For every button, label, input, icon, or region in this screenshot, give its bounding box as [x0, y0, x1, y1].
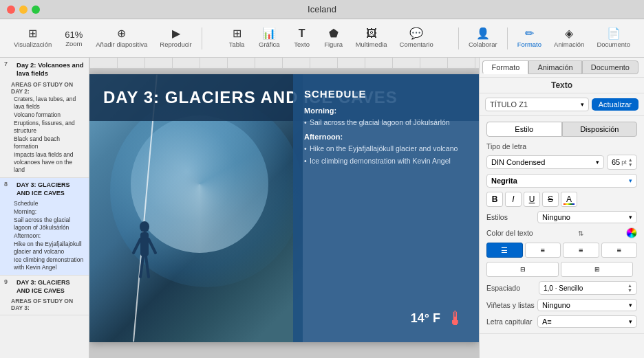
align-right-button[interactable]: ≡ — [563, 243, 599, 258]
tabla-label: Tabla — [229, 41, 245, 48]
slide-bullet-8-2: Morning: — [14, 208, 85, 216]
toolbar-zoom[interactable]: 61% Zoom — [58, 27, 89, 50]
toolbar-figura[interactable]: ⬟ Figura — [319, 25, 349, 51]
italic-button[interactable]: I — [505, 192, 522, 207]
toolbar-colaborar[interactable]: 👤 Colaborar — [463, 25, 503, 51]
toolbar-anadir[interactable]: ⊕ Añadir diapositiva — [90, 25, 153, 51]
slide-canvas[interactable]: DAY 3: GLACIERS AND ICE CAVES SCHEDULE M… — [89, 74, 479, 342]
slide-thumb-9[interactable]: 9 DAY 3: GLACIERS AND ICE CAVES AREAS OF… — [0, 276, 89, 315]
slide-thumb-8[interactable]: 8 DAY 3: GLACIERS AND ICE CAVES Schedule… — [0, 178, 89, 276]
animacion-label: Animación — [554, 41, 584, 48]
toolbar-formato[interactable]: ✏ Formato — [512, 25, 547, 51]
vinetas-row: Viñetas y listas Ninguno ▾ — [486, 299, 637, 311]
toolbar-grafica[interactable]: 📊 Gráfica — [253, 25, 286, 51]
texto-label: Texto — [294, 41, 310, 48]
minimize-button[interactable] — [19, 5, 28, 14]
multimedia-icon: 🖼 — [366, 28, 377, 39]
anadir-icon: ⊕ — [117, 28, 126, 39]
svg-rect-1 — [140, 232, 149, 256]
align-left-button[interactable]: ☰ — [486, 243, 523, 258]
slide-bullet-7-2: Volcano formation — [14, 111, 85, 119]
zoom-value: 61% — [65, 30, 83, 40]
font-size-stepper[interactable]: ▲▼ — [628, 157, 633, 167]
right-panel: Formato Animación Documento Texto TÍTULO… — [479, 58, 644, 358]
ruler — [89, 58, 479, 69]
indent-increase-button[interactable]: ⊞ — [561, 262, 633, 277]
slide-bullet-8-4: Afternoon: — [14, 232, 85, 240]
zoom-label: Zoom — [65, 40, 82, 47]
colaborar-label: Colaborar — [469, 41, 497, 48]
toolbar-texto[interactable]: T Texto — [287, 25, 317, 51]
font-name-row: DIN Condensed ▾ 65 pt ▲▼ — [486, 155, 637, 170]
panel-section-title: Texto — [480, 78, 644, 93]
tab-formato[interactable]: Formato — [482, 60, 528, 74]
slide-section-9: AREAS OF STUDY on Day 3: — [11, 298, 85, 311]
slide-section-7: AREAS OF STUDY on Day 2: — [11, 81, 85, 95]
color-row: Color del texto ⇅ — [486, 227, 637, 238]
main-area: 7 Day 2: Volcanoes and lava fields AREAS… — [0, 58, 644, 358]
bold-button[interactable]: B — [486, 192, 503, 207]
climber-figure — [131, 219, 158, 301]
svg-line-2 — [133, 239, 140, 253]
espaciado-value[interactable]: 1,0 · Sencillo ▲▼ — [539, 281, 637, 295]
close-button[interactable] — [7, 5, 15, 14]
slide-thumb-7[interactable]: 7 Day 2: Volcanoes and lava fields AREAS… — [0, 58, 89, 178]
slide-num-7: 7 Day 2: Volcanoes and lava fields — [4, 60, 85, 80]
slide-bullet-8-1: Schedule — [14, 200, 85, 208]
documento-label: Documento — [597, 41, 630, 48]
vinetas-value: Ninguno — [542, 301, 570, 309]
text-color-button[interactable]: A — [561, 192, 577, 207]
reproducir-icon: ▶ — [172, 28, 180, 39]
vinetas-chevron: ▾ — [629, 302, 632, 309]
tab-disposicion[interactable]: Disposición — [562, 122, 638, 137]
titulo-row: TÍTULO Z1 ▾ Actualizar — [480, 93, 644, 116]
strikethrough-button[interactable]: S — [542, 192, 559, 207]
align-center-button[interactable]: ≡ — [525, 243, 561, 258]
tab-animacion[interactable]: Animación — [528, 60, 581, 74]
estilos-row: Estilos Ninguno ▾ — [486, 211, 637, 223]
negrita-selector[interactable]: Negrita ▾ — [486, 174, 637, 188]
align-justify-button[interactable]: ≡ — [601, 243, 638, 258]
svg-line-4 — [140, 256, 143, 277]
figura-label: Figura — [324, 41, 343, 48]
toolbar-separator-3 — [507, 27, 508, 49]
font-name-selector[interactable]: DIN Condensed ▾ — [486, 155, 604, 169]
titulo-selector[interactable]: TÍTULO Z1 ▾ — [485, 98, 589, 111]
svg-line-5 — [146, 256, 149, 277]
toolbar-visualizacion[interactable]: ⊞ Visualización — [8, 25, 57, 51]
slide-bullet-8-6: Ice climbing demonstration with Kevin An… — [14, 256, 85, 271]
toolbar-documento[interactable]: 📄 Documento — [591, 25, 636, 51]
update-button[interactable]: Actualizar — [592, 98, 638, 111]
toolbar-animacion[interactable]: ◈ Animación — [548, 25, 590, 51]
slide-bullet-8-3: Sail across the glacial lagoon of Jökuls… — [14, 216, 85, 232]
espaciado-stepper[interactable]: ▲▼ — [627, 283, 632, 293]
schedule-title: SCHEDULE — [304, 88, 468, 100]
toolbar-reproducir[interactable]: ▶ Reproducir — [154, 25, 197, 51]
estilos-dropdown[interactable]: Ninguno ▾ — [537, 211, 637, 223]
color-label: Color del texto — [486, 229, 535, 237]
tipo-letra-row: Tipo de letra — [486, 142, 637, 150]
font-size-box[interactable]: 65 pt ▲▼ — [607, 155, 637, 170]
toolbar-multimedia[interactable]: 🖼 Multimedia — [350, 25, 393, 51]
panel-top-tabs: Formato Animación Documento — [480, 58, 644, 78]
thermometer: 14° F 🌡 — [411, 307, 465, 330]
indent-decrease-button[interactable]: ⊟ — [486, 262, 559, 277]
underline-button[interactable]: U — [524, 192, 540, 207]
text-format-buttons: B I U S A — [486, 192, 637, 207]
vinetas-label: Viñetas y listas — [486, 301, 535, 309]
toolbar-tabla[interactable]: ⊞ Tabla — [222, 25, 252, 51]
vinetas-dropdown[interactable]: Ninguno ▾ — [537, 299, 637, 311]
letra-cap-selector[interactable]: A≡ ▾ — [537, 315, 637, 328]
tipo-letra-label: Tipo de letra — [486, 142, 535, 150]
sidebar: 7 Day 2: Volcanoes and lava fields AREAS… — [0, 58, 89, 358]
toolbar-comentario[interactable]: 💬 Comentario — [394, 25, 439, 51]
color-picker[interactable] — [626, 227, 637, 238]
align-buttons: ☰ ≡ ≡ ≡ — [486, 243, 637, 258]
colaborar-icon: 👤 — [476, 28, 490, 39]
align-section: ☰ ≡ ≡ ≡ ⊟ ⊞ — [486, 243, 637, 277]
tab-estilo[interactable]: Estilo — [486, 122, 562, 137]
style-section: Estilo Disposición Tipo de letra DIN Con… — [480, 116, 644, 334]
maximize-button[interactable] — [32, 5, 40, 14]
window-title: Iceland — [308, 4, 336, 14]
tab-documento[interactable]: Documento — [582, 60, 638, 74]
